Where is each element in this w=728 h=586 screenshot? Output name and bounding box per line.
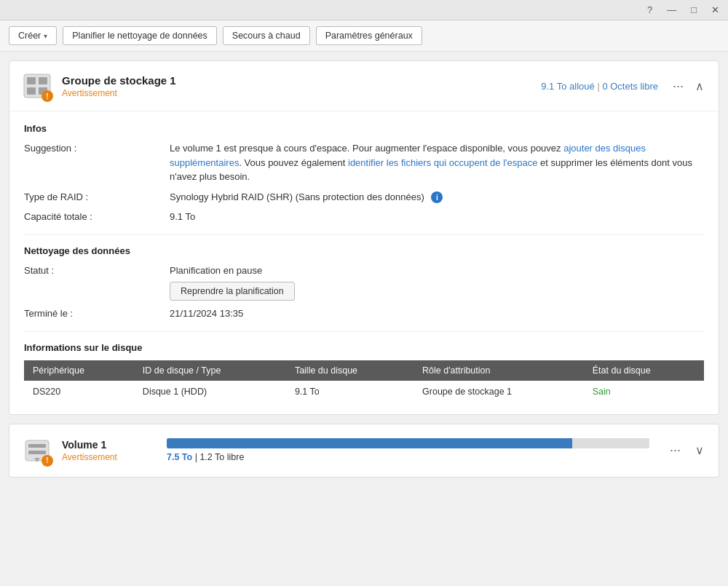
storage-group-body: Infos Suggestion : Le volume 1 est presq…	[9, 111, 719, 414]
volume-icon: !	[21, 435, 53, 467]
scrub-status-text: Planification en pause	[170, 264, 704, 278]
scrub-status-label: Statut :	[24, 264, 170, 301]
minimize-button[interactable]: —	[664, 4, 679, 15]
volume-progress-stats: 7.5 To | 1.2 To libre	[167, 452, 649, 462]
data-scrub-section-title: Nettoyage des données	[24, 245, 704, 256]
cell-disk-size: 9.1 To	[286, 381, 414, 403]
volume-title-group: Volume 1 Avertissement	[62, 439, 149, 462]
col-disk-size: Taille du disque	[286, 360, 414, 381]
section-divider-1	[24, 234, 704, 235]
disk-table: Périphérique ID de disque / Type Taille …	[24, 360, 704, 403]
raid-type-row: Type de RAID : Synology Hybrid RAID (SHR…	[24, 190, 704, 205]
storage-group-menu-button[interactable]: ···	[670, 79, 687, 94]
hotspare-label: Secours à chaud	[232, 31, 301, 41]
table-header-row: Périphérique ID de disque / Type Taille …	[24, 360, 704, 381]
volume-title: Volume 1	[62, 439, 149, 451]
table-row: DS220Disque 1 (HDD)9.1 ToGroupe de stock…	[24, 381, 704, 403]
svg-rect-2	[39, 77, 47, 84]
col-disk-id: ID de disque / Type	[134, 360, 286, 381]
suggestion-value: Le volume 1 est presque à cours d'espace…	[170, 141, 704, 184]
storage-group-status: Avertissement	[62, 88, 541, 98]
section-divider-2	[24, 331, 704, 332]
cell-disk-status: Sain	[584, 381, 704, 403]
suggestion-text2: . Vous pouvez également	[239, 157, 348, 168]
maximize-button[interactable]: □	[688, 4, 700, 15]
suggestion-row: Suggestion : Le volume 1 est presque à c…	[24, 141, 704, 184]
storage-group-card: ! Groupe de stockage 1 Avertissement 9.1…	[9, 60, 719, 415]
disk-info-section-title: Informations sur le disque	[24, 342, 704, 353]
raid-info-icon[interactable]: i	[431, 191, 443, 203]
volume-menu-button[interactable]: ···	[667, 443, 684, 458]
progress-bar-container	[167, 438, 649, 448]
raid-type-text: Synology Hybrid RAID (SHR) (Sans protect…	[170, 191, 424, 202]
resume-schedule-button[interactable]: Reprendre la planification	[170, 282, 295, 301]
raid-type-value: Synology Hybrid RAID (SHR) (Sans protect…	[170, 190, 704, 205]
warning-badge-volume: !	[41, 455, 53, 467]
col-role: Rôle d'attribution	[414, 360, 584, 381]
allocated-value: 9.1 To alloué	[541, 81, 595, 92]
svg-rect-1	[27, 77, 36, 84]
toolbar: Créer ▾ Planifier le nettoyage de donnée…	[0, 20, 728, 52]
free-value: 0 Octets libre	[602, 81, 658, 92]
storage-group-icon: !	[21, 70, 53, 102]
infos-section-title: Infos	[24, 123, 704, 134]
storage-group-title: Groupe de stockage 1	[62, 74, 541, 87]
finished-value: 21/11/2024 13:35	[170, 306, 704, 321]
cell-disk-id: Disque 1 (HDD)	[134, 381, 286, 403]
col-disk-status: État du disque	[584, 360, 704, 381]
volume-status: Avertissement	[62, 452, 149, 462]
settings-label: Paramètres généraux	[325, 31, 413, 41]
storage-group-stats: 9.1 To alloué | 0 Octets libre	[541, 81, 658, 92]
volume-expand-button[interactable]: ∨	[692, 443, 707, 457]
volume-stat-separator: |	[195, 452, 197, 462]
volume-used: 7.5 To	[167, 452, 192, 462]
help-button[interactable]: ?	[644, 4, 655, 15]
raid-type-label: Type de RAID :	[24, 190, 170, 205]
volume-progress-area: 7.5 To | 1.2 To libre	[167, 438, 649, 462]
storage-group-header: ! Groupe de stockage 1 Avertissement 9.1…	[9, 61, 719, 111]
cell-role: Groupe de stockage 1	[414, 381, 584, 403]
create-button[interactable]: Créer ▾	[9, 26, 57, 45]
scrub-status-row: Statut : Planification en pause Reprendr…	[24, 264, 704, 301]
hotspare-button[interactable]: Secours à chaud	[223, 26, 310, 45]
svg-rect-7	[28, 451, 46, 454]
total-capacity-row: Capacité totale : 9.1 To	[24, 210, 704, 224]
schedule-button[interactable]: Planifier le nettoyage de données	[63, 26, 217, 45]
svg-rect-3	[27, 87, 36, 95]
schedule-label: Planifier le nettoyage de données	[72, 31, 207, 41]
main-content: ! Groupe de stockage 1 Avertissement 9.1…	[0, 52, 728, 486]
scrub-status-value: Planification en pause Reprendre la plan…	[170, 264, 704, 301]
suggestion-text1: Le volume 1 est presque à cours d'espace…	[170, 143, 563, 154]
svg-rect-6	[28, 444, 46, 448]
warning-badge-storage: !	[41, 90, 53, 102]
volume-free: 1.2 To libre	[199, 452, 244, 462]
volume-card: ! Volume 1 Avertissement 7.5 To | 1.2 To…	[9, 424, 719, 478]
suggestion-label: Suggestion :	[24, 141, 170, 184]
storage-group-title-group: Groupe de stockage 1 Avertissement	[62, 74, 541, 98]
settings-button[interactable]: Paramètres généraux	[316, 26, 422, 45]
total-capacity-value: 9.1 To	[170, 210, 704, 224]
progress-bar-fill	[167, 438, 572, 448]
title-bar: ? — □ ✕	[0, 0, 728, 20]
storage-group-collapse-button[interactable]: ∧	[692, 79, 707, 93]
create-label: Créer	[18, 31, 41, 41]
create-dropdown-arrow: ▾	[44, 32, 47, 40]
finished-row: Terminé le : 21/11/2024 13:35	[24, 306, 704, 321]
close-button[interactable]: ✕	[708, 4, 722, 15]
total-capacity-label: Capacité totale :	[24, 210, 170, 224]
col-device: Périphérique	[24, 360, 134, 381]
finished-label: Terminé le :	[24, 306, 170, 321]
cell-device: DS220	[24, 381, 134, 403]
identify-files-link[interactable]: identifier les fichiers qui occupent de …	[348, 157, 537, 168]
